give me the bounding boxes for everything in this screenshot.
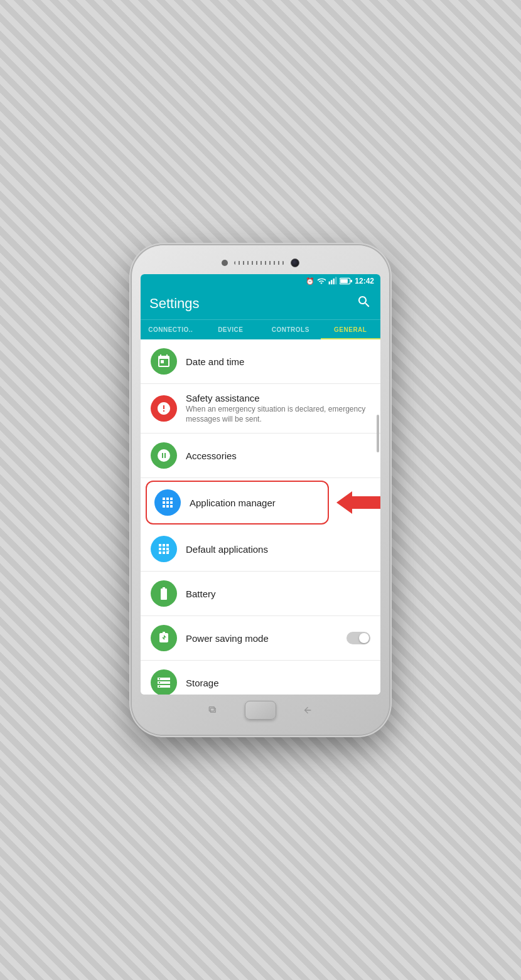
settings-tabs: CONNECTIO.. DEVICE CONTROLS GENERAL: [141, 319, 380, 339]
phone-screen: ⏰ 12:42: [141, 274, 380, 695]
power-saving-toggle[interactable]: [346, 632, 370, 644]
power-saving-icon: [151, 625, 177, 651]
storage-icon: [151, 669, 177, 695]
settings-item-storage[interactable]: Storage: [141, 661, 380, 695]
svg-rect-2: [333, 279, 335, 284]
tab-controls[interactable]: CONTROLS: [260, 320, 321, 339]
tab-general[interactable]: GENERAL: [321, 320, 381, 339]
settings-list: Date and time Safety assistance When an …: [141, 339, 380, 695]
safety-text: Safety assistance When an emergency situ…: [186, 393, 370, 424]
scrollbar-thumb[interactable]: [377, 415, 379, 452]
tab-connections[interactable]: CONNECTIO..: [141, 320, 201, 339]
settings-item-default-apps[interactable]: Default applications: [141, 527, 380, 572]
recent-apps-button[interactable]: [207, 704, 220, 716]
alarm-icon: ⏰: [306, 277, 314, 285]
settings-item-battery[interactable]: Battery: [141, 572, 380, 616]
accessories-title: Accessories: [186, 450, 370, 461]
settings-item-safety[interactable]: Safety assistance When an emergency situ…: [141, 384, 380, 434]
phone-frame: ⏰ 12:42: [132, 245, 389, 735]
back-button[interactable]: [301, 704, 314, 716]
wifi-icon: [317, 277, 326, 285]
battery-text: Battery: [186, 589, 370, 599]
settings-item-accessories[interactable]: Accessories: [141, 434, 380, 478]
status-time: 12:42: [355, 277, 374, 285]
battery-title: Battery: [186, 589, 370, 599]
camera-lens: [291, 258, 299, 267]
home-button[interactable]: [245, 701, 276, 720]
settings-content: Date and time Safety assistance When an …: [141, 339, 380, 695]
svg-rect-10: [210, 708, 215, 713]
app-manager-icon: [154, 489, 181, 516]
app-manager-text: Application manager: [190, 498, 320, 508]
safety-title: Safety assistance: [186, 393, 370, 403]
signal-icon: [328, 277, 337, 285]
settings-item-app-manager[interactable]: Application manager: [146, 481, 329, 525]
tab-device[interactable]: DEVICE: [201, 320, 261, 339]
battery-icon: [340, 277, 352, 285]
accessories-icon: [151, 442, 177, 469]
svg-rect-9: [209, 707, 214, 711]
date-time-text: Date and time: [186, 356, 370, 367]
earpiece: [234, 261, 284, 265]
safety-icon: [151, 395, 177, 422]
svg-marker-7: [336, 491, 380, 514]
default-apps-icon: [151, 536, 177, 562]
date-time-icon: [151, 348, 177, 375]
app-manager-title: Application manager: [190, 498, 320, 508]
phone-bottom-nav: [141, 695, 380, 723]
scrollbar-track: [377, 339, 379, 695]
svg-rect-6: [351, 280, 353, 282]
status-icons: ⏰ 12:42: [306, 277, 374, 285]
accessories-text: Accessories: [186, 450, 370, 461]
power-saving-title: Power saving mode: [186, 633, 346, 644]
default-apps-title: Default applications: [186, 544, 370, 555]
arrow-annotation: [336, 490, 380, 515]
status-bar: ⏰ 12:42: [141, 274, 380, 288]
storage-text: Storage: [186, 678, 370, 688]
storage-title: Storage: [186, 678, 370, 688]
phone-sensors: [141, 257, 380, 269]
search-button[interactable]: [357, 294, 372, 313]
svg-rect-5: [341, 279, 348, 284]
svg-rect-3: [335, 277, 336, 285]
date-time-title: Date and time: [186, 356, 370, 367]
safety-subtitle: When an emergency situation is declared,…: [186, 405, 370, 424]
settings-item-power-saving[interactable]: Power saving mode: [141, 616, 380, 661]
app-bar: Settings: [141, 288, 380, 319]
default-apps-text: Default applications: [186, 544, 370, 555]
app-title: Settings: [149, 296, 200, 312]
red-arrow: [336, 490, 380, 515]
settings-item-date-time[interactable]: Date and time: [141, 339, 380, 384]
front-camera: [222, 260, 228, 266]
power-saving-text: Power saving mode: [186, 633, 346, 644]
battery-setting-icon: [151, 580, 177, 607]
svg-rect-0: [329, 282, 330, 285]
svg-rect-1: [331, 280, 332, 284]
